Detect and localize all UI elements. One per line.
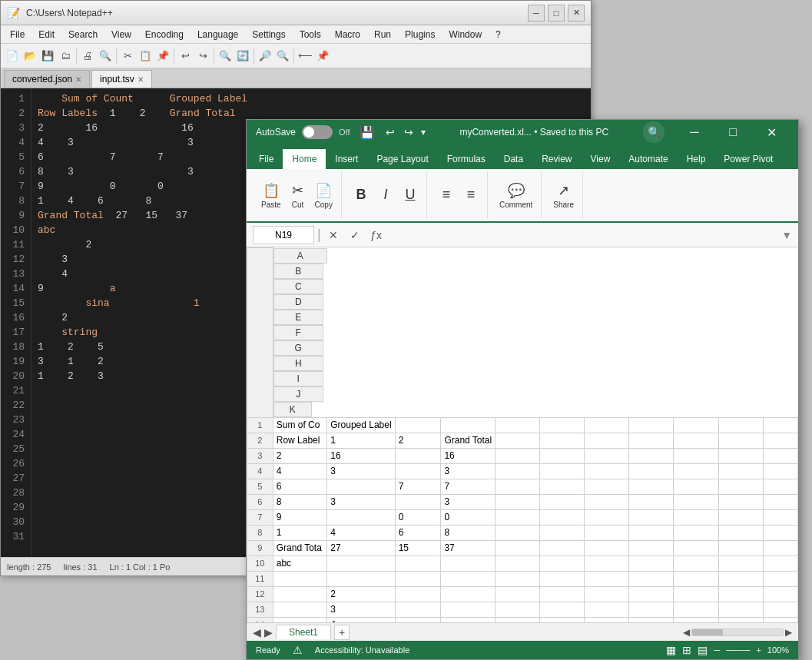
col-header-j[interactable]: J bbox=[273, 386, 323, 402]
col-header-a[interactable]: A bbox=[273, 248, 327, 264]
cell-4-d[interactable]: 3 bbox=[441, 463, 495, 479]
cell-7-h[interactable] bbox=[629, 509, 674, 525]
toolbar-copy[interactable]: 📋 bbox=[137, 48, 154, 65]
cell-14-i[interactable] bbox=[674, 617, 718, 622]
cell-5-h[interactable] bbox=[629, 479, 674, 494]
ribbon-tab-data[interactable]: Data bbox=[495, 149, 532, 169]
toolbar-alwaysontop[interactable]: 📌 bbox=[314, 48, 331, 65]
sheet-nav-prev[interactable]: ◀ bbox=[253, 626, 261, 638]
name-box[interactable] bbox=[253, 226, 314, 244]
cell-11-i[interactable] bbox=[674, 571, 718, 586]
cell-9-e[interactable] bbox=[495, 540, 540, 556]
toolbar-zoomout[interactable]: 🔍 bbox=[274, 48, 291, 65]
cell-4-j[interactable] bbox=[718, 463, 763, 479]
ribbon-tab-powerpivot[interactable]: Power Pivot bbox=[714, 149, 782, 169]
col-header-k[interactable]: K bbox=[273, 402, 312, 417]
cell-2-e[interactable] bbox=[495, 433, 540, 448]
excel-search-button[interactable]: 🔍 bbox=[643, 121, 665, 143]
cell-8-d[interactable]: 8 bbox=[441, 525, 495, 540]
cell-13-c[interactable] bbox=[395, 602, 441, 617]
cell-9-c[interactable]: 15 bbox=[395, 540, 441, 556]
cell-1-g[interactable] bbox=[585, 417, 629, 433]
ribbon-align-center-button[interactable]: ≡ bbox=[459, 184, 482, 207]
cell-11-b[interactable] bbox=[327, 571, 395, 586]
toolbar-zoomin[interactable]: 🔎 bbox=[257, 48, 273, 65]
ribbon-tab-home[interactable]: Home bbox=[283, 149, 326, 169]
cell-10-h[interactable] bbox=[629, 556, 674, 571]
menu-tools[interactable]: Tools bbox=[293, 28, 327, 41]
toolbar-undo[interactable]: ↩ bbox=[177, 48, 194, 65]
ribbon-bold-button[interactable]: B bbox=[350, 184, 373, 207]
ribbon-italic-button[interactable]: I bbox=[374, 184, 397, 207]
col-header-e[interactable]: E bbox=[273, 310, 323, 325]
cell-8-j[interactable] bbox=[718, 525, 763, 540]
ribbon-tab-review[interactable]: Review bbox=[532, 149, 581, 169]
cell-10-k[interactable] bbox=[763, 556, 797, 571]
menu-view[interactable]: View bbox=[105, 28, 138, 41]
insert-function-button[interactable]: ƒx bbox=[367, 226, 386, 244]
col-header-g[interactable]: G bbox=[273, 340, 323, 356]
tab-input-tsv-close[interactable]: ✕ bbox=[138, 75, 144, 84]
autosave-toggle[interactable] bbox=[302, 125, 333, 139]
cell-3-k[interactable] bbox=[763, 448, 797, 463]
cell-9-k[interactable] bbox=[763, 540, 797, 556]
cell-4-b[interactable]: 3 bbox=[327, 463, 395, 479]
cell-13-f[interactable] bbox=[540, 602, 585, 617]
cell-8-h[interactable] bbox=[629, 525, 674, 540]
cell-11-d[interactable] bbox=[441, 571, 495, 586]
cell-5-k[interactable] bbox=[763, 479, 797, 494]
cell-13-d[interactable] bbox=[441, 602, 495, 617]
spreadsheet-scroll[interactable]: A B C D E F G H I J K 1Sum of CoGrouped … bbox=[247, 247, 798, 622]
cell-13-k[interactable] bbox=[763, 602, 797, 617]
horizontal-scrollbar[interactable] bbox=[691, 628, 784, 636]
cell-14-g[interactable] bbox=[585, 617, 629, 622]
cell-6-b[interactable]: 3 bbox=[327, 494, 395, 509]
cell-7-j[interactable] bbox=[718, 509, 763, 525]
cell-14-h[interactable] bbox=[629, 617, 674, 622]
cell-4-k[interactable] bbox=[763, 463, 797, 479]
cell-1-b[interactable]: Grouped Label bbox=[327, 417, 395, 433]
col-header-b[interactable]: B bbox=[273, 264, 323, 279]
toolbar-find[interactable]: 🔍 bbox=[217, 48, 234, 65]
toolbar-replace[interactable]: 🔄 bbox=[234, 48, 251, 65]
npp-maximize-button[interactable]: □ bbox=[548, 5, 565, 22]
cell-5-g[interactable] bbox=[585, 479, 629, 494]
cell-5-d[interactable]: 7 bbox=[441, 479, 495, 494]
cell-1-f[interactable] bbox=[540, 417, 585, 433]
zoom-minus-button[interactable]: ─ bbox=[714, 645, 720, 655]
tab-converted-json[interactable]: converted.json ✕ bbox=[4, 70, 90, 88]
cell-5-i[interactable] bbox=[674, 479, 718, 494]
cell-10-d[interactable] bbox=[441, 556, 495, 571]
cell-11-a[interactable] bbox=[273, 571, 327, 586]
cell-4-h[interactable] bbox=[629, 463, 674, 479]
ribbon-paste-button[interactable]: 📋 Paste bbox=[257, 180, 285, 211]
cell-7-g[interactable] bbox=[585, 509, 629, 525]
cell-14-d[interactable] bbox=[441, 617, 495, 622]
ribbon-tab-insert[interactable]: Insert bbox=[326, 149, 367, 169]
ribbon-tab-help[interactable]: Help bbox=[678, 149, 715, 169]
cell-7-i[interactable] bbox=[674, 509, 718, 525]
scroll-left-button[interactable]: ◀ bbox=[683, 627, 690, 638]
cell-6-g[interactable] bbox=[585, 494, 629, 509]
cell-13-h[interactable] bbox=[629, 602, 674, 617]
cell-9-f[interactable] bbox=[540, 540, 585, 556]
toolbar-save[interactable]: 💾 bbox=[39, 48, 56, 65]
cell-10-e[interactable] bbox=[495, 556, 540, 571]
cell-13-g[interactable] bbox=[585, 602, 629, 617]
cell-5-a[interactable]: 6 bbox=[273, 479, 327, 494]
npp-close-button[interactable]: ✕ bbox=[568, 5, 585, 22]
cell-11-g[interactable] bbox=[585, 571, 629, 586]
cell-1-a[interactable]: Sum of Co bbox=[273, 417, 327, 433]
cell-3-h[interactable] bbox=[629, 448, 674, 463]
cell-2-i[interactable] bbox=[674, 433, 718, 448]
cell-2-j[interactable] bbox=[718, 433, 763, 448]
cell-6-a[interactable]: 8 bbox=[273, 494, 327, 509]
cell-12-c[interactable] bbox=[395, 586, 441, 602]
cell-12-a[interactable] bbox=[273, 586, 327, 602]
sheet-add-button[interactable]: + bbox=[334, 625, 350, 640]
menu-window[interactable]: Window bbox=[442, 28, 488, 41]
cell-2-h[interactable] bbox=[629, 433, 674, 448]
cell-13-b[interactable]: 3 bbox=[327, 602, 395, 617]
cell-10-f[interactable] bbox=[540, 556, 585, 571]
ribbon-tab-pagelayout[interactable]: Page Layout bbox=[367, 149, 437, 169]
